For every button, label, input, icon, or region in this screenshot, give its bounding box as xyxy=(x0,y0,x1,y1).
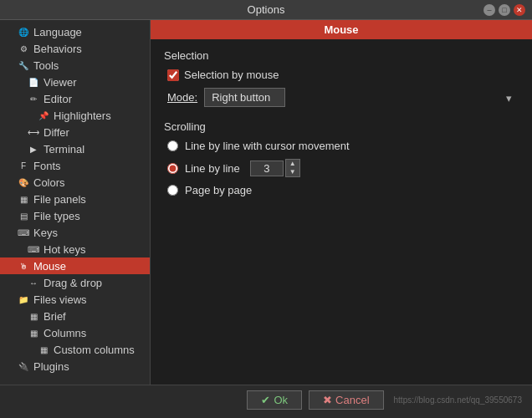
hot-keys-icon: ⌨ xyxy=(27,242,40,256)
mouse-icon: 🖱 xyxy=(17,259,30,273)
minimize-button[interactable]: – xyxy=(483,4,495,16)
radio-line-by-line[interactable] xyxy=(167,163,178,174)
mode-label: Mode: xyxy=(167,91,197,104)
sidebar-item-language[interactable]: 🌐Language xyxy=(0,23,150,40)
selection-by-mouse-row: Selection by mouse xyxy=(164,69,519,81)
radio-line-by-line-row: Line by line ▲ ▼ xyxy=(164,159,519,177)
watermark: https://blog.csdn.net/qq_39550673 xyxy=(394,395,522,405)
maximize-button[interactable]: □ xyxy=(499,4,510,16)
sidebar-item-tools[interactable]: 🔧Tools xyxy=(0,57,150,74)
editor-icon: ✏ xyxy=(27,92,40,105)
sidebar-item-hot-keys[interactable]: ⌨Hot keys xyxy=(0,241,150,257)
sidebar-item-columns[interactable]: ▦Columns xyxy=(0,324,150,341)
sidebar-label-fonts: Fonts xyxy=(33,160,61,172)
sidebar-item-file-panels[interactable]: ▦File panels xyxy=(0,191,150,207)
sidebar-label-plugins: Plugins xyxy=(33,360,69,373)
fonts-icon: F xyxy=(17,159,30,172)
sidebar-label-behaviors: Behaviors xyxy=(33,43,82,55)
radio-page-by-page-row: Page by page xyxy=(164,184,519,196)
mode-row: Mode: Right button Left button Middle bu… xyxy=(164,88,519,107)
sidebar-label-columns: Columns xyxy=(43,327,86,339)
sidebar-item-highlighters[interactable]: 📌Highlighters xyxy=(0,107,150,124)
drag-drop-icon: ↔ xyxy=(27,276,40,289)
viewer-icon: 📄 xyxy=(27,75,40,89)
cancel-label: Cancel xyxy=(335,394,369,406)
keys-icon: ⌨ xyxy=(17,226,30,239)
spin-controls: ▲ ▼ xyxy=(285,159,300,177)
spin-down-button[interactable]: ▼ xyxy=(286,168,299,176)
cancel-button[interactable]: ✖ Cancel xyxy=(309,390,383,410)
sidebar-item-plugins[interactable]: 🔌Plugins xyxy=(0,358,150,375)
sidebar-label-file-panels: File panels xyxy=(33,193,86,206)
window-title: Options xyxy=(49,3,483,16)
sidebar-item-file-types[interactable]: ▤File types xyxy=(0,207,150,224)
sidebar: 🌐Language⚙Behaviors🔧Tools📄Viewer✏Editor📌… xyxy=(0,20,151,385)
differ-icon: ⟷ xyxy=(27,125,40,139)
brief-icon: ▦ xyxy=(27,309,40,323)
sidebar-label-viewer: Viewer xyxy=(43,76,77,89)
ok-checkmark: ✔ xyxy=(261,394,270,406)
sidebar-label-editor: Editor xyxy=(43,93,72,105)
language-icon: 🌐 xyxy=(17,25,30,38)
scrolling-section-label: Scrolling xyxy=(164,120,519,133)
file-types-icon: ▤ xyxy=(17,209,30,222)
sidebar-item-mouse[interactable]: 🖱Mouse xyxy=(0,257,150,274)
sidebar-label-drag-drop: Drag & drop xyxy=(43,277,102,289)
content-header: Mouse xyxy=(151,20,532,39)
sidebar-label-mouse: Mouse xyxy=(33,260,66,273)
sidebar-label-colors: Colors xyxy=(33,176,65,189)
sidebar-item-keys[interactable]: ⌨Keys xyxy=(0,224,150,241)
radio-line-cursor-row: Line by line with cursor movement xyxy=(164,140,519,152)
spin-up-button[interactable]: ▲ xyxy=(286,160,299,168)
radio-line-cursor-label: Line by line with cursor movement xyxy=(185,140,350,152)
terminal-icon: ▶ xyxy=(27,142,40,155)
content-area: Mouse Selection Selection by mouse Mode:… xyxy=(151,20,532,385)
sidebar-label-language: Language xyxy=(33,26,82,38)
selection-by-mouse-label: Selection by mouse xyxy=(184,69,279,81)
sidebar-item-colors[interactable]: 🎨Colors xyxy=(0,174,150,191)
files-views-icon: 📁 xyxy=(17,293,30,306)
radio-line-by-line-label: Line by line xyxy=(185,162,240,175)
scroll-spin-input[interactable] xyxy=(250,161,284,176)
sidebar-item-terminal[interactable]: ▶Terminal xyxy=(0,140,150,157)
sidebar-label-tools: Tools xyxy=(33,59,59,72)
sidebar-item-drag-drop[interactable]: ↔Drag & drop xyxy=(0,274,150,291)
radio-page-by-page[interactable] xyxy=(167,185,178,196)
sidebar-label-brief: Brief xyxy=(43,310,66,323)
sidebar-item-fonts[interactable]: FFonts xyxy=(0,157,150,174)
content-body: Selection Selection by mouse Mode: Right… xyxy=(151,39,532,385)
radio-page-by-page-label: Page by page xyxy=(185,184,252,196)
mode-select[interactable]: Right button Left button Middle button xyxy=(204,88,285,107)
sidebar-label-highlighters: Highlighters xyxy=(54,110,111,122)
columns-icon: ▦ xyxy=(27,326,40,339)
plugins-icon: 🔌 xyxy=(17,359,30,373)
sidebar-label-keys: Keys xyxy=(33,227,58,239)
sidebar-item-brief[interactable]: ▦Brief xyxy=(0,308,150,324)
radio-line-cursor[interactable] xyxy=(167,140,178,151)
ok-label: Ok xyxy=(274,394,288,406)
sidebar-item-differ[interactable]: ⟷Differ xyxy=(0,124,150,140)
sidebar-label-differ: Differ xyxy=(43,126,69,139)
title-bar: Options – □ ✕ xyxy=(0,0,532,20)
sidebar-item-editor[interactable]: ✏Editor xyxy=(0,90,150,107)
sidebar-label-custom-columns: Custom columns xyxy=(54,344,135,356)
custom-columns-icon: ▦ xyxy=(37,343,50,356)
mode-select-wrapper: Right button Left button Middle button xyxy=(204,88,519,107)
footer: ✔ Ok ✖ Cancel https://blog.csdn.net/qq_3… xyxy=(0,385,532,415)
sidebar-label-terminal: Terminal xyxy=(43,143,84,155)
tools-icon: 🔧 xyxy=(17,59,30,72)
colors-icon: 🎨 xyxy=(17,176,30,189)
highlighters-icon: 📌 xyxy=(37,109,50,122)
selection-by-mouse-checkbox[interactable] xyxy=(167,69,179,81)
sidebar-item-behaviors[interactable]: ⚙Behaviors xyxy=(0,40,150,57)
sidebar-label-files-views: Files views xyxy=(33,293,87,306)
cancel-x: ✖ xyxy=(323,394,332,406)
ok-button[interactable]: ✔ Ok xyxy=(247,390,302,410)
selection-section-label: Selection xyxy=(164,49,519,62)
file-panels-icon: ▦ xyxy=(17,192,30,206)
sidebar-label-hot-keys: Hot keys xyxy=(43,243,86,256)
close-button[interactable]: ✕ xyxy=(514,4,525,16)
sidebar-item-files-views[interactable]: 📁Files views xyxy=(0,291,150,308)
sidebar-item-custom-columns[interactable]: ▦Custom columns xyxy=(0,341,150,358)
sidebar-item-viewer[interactable]: 📄Viewer xyxy=(0,74,150,90)
